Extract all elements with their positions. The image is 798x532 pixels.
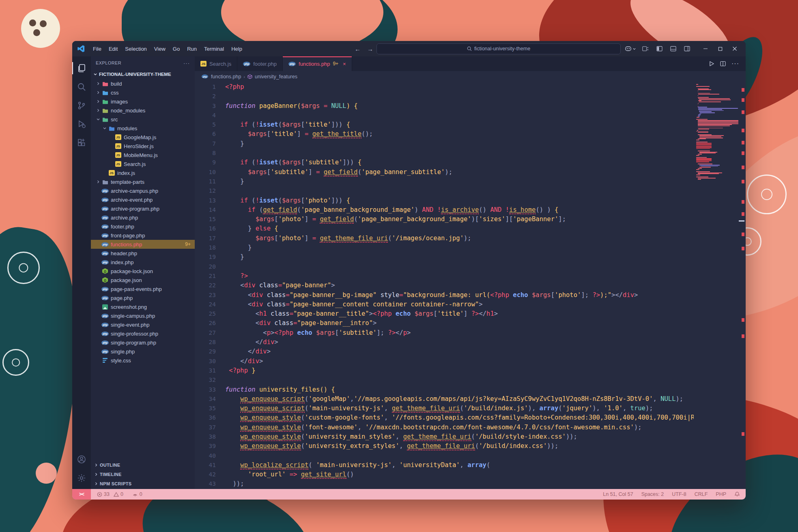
cursor-position-status[interactable]: Ln 51, Col 57 xyxy=(603,491,633,497)
tree-item-single-event-php[interactable]: phpsingle-event.php xyxy=(91,320,195,329)
minimize-button[interactable] xyxy=(699,43,712,54)
tree-item-index-js[interactable]: JSindex.js xyxy=(91,168,195,177)
tree-item-package-lock-json[interactable]: {}package-lock.json xyxy=(91,267,195,276)
code-line-3[interactable]: 3function pageBanner($args = NULL) { xyxy=(195,101,694,111)
minimap[interactable] xyxy=(694,82,746,489)
code-line-24[interactable]: 24 <div class="page-banner__content cont… xyxy=(195,300,694,309)
tree-item-archive-campus-php[interactable]: phparchive-campus.php xyxy=(91,186,195,195)
close-button[interactable] xyxy=(728,43,742,54)
breadcrumb-file[interactable]: functions.php xyxy=(211,74,241,80)
tree-item-css[interactable]: css xyxy=(91,88,195,97)
eol-status[interactable]: CRLF xyxy=(695,491,708,497)
tree-item-index-php[interactable]: phpindex.php xyxy=(91,258,195,267)
menu-go[interactable]: Go xyxy=(169,44,183,54)
menu-file[interactable]: File xyxy=(89,44,105,54)
tree-item-single-php[interactable]: phpsingle.php xyxy=(91,347,195,356)
tree-item-archive-php[interactable]: phparchive.php xyxy=(91,213,195,222)
ports-status[interactable]: 0 xyxy=(129,491,145,497)
code-line-15[interactable]: 15 $args['photo'] = get_field('page_bann… xyxy=(195,215,694,224)
back-arrow-icon[interactable]: ← xyxy=(351,45,364,53)
code-line-29[interactable]: 29 </div> xyxy=(195,347,694,356)
tree-item-front-page-php[interactable]: phpfront-page.php xyxy=(91,231,195,240)
code-line-2[interactable]: 2 xyxy=(195,92,694,101)
menu-terminal[interactable]: Terminal xyxy=(200,44,228,54)
tree-item-screenshot-png[interactable]: screenshot.png xyxy=(91,302,195,311)
code-line-17[interactable]: 17 $args['photo'] = get_theme_file_uri('… xyxy=(195,234,694,243)
tab-search-js[interactable]: JSSearch.js xyxy=(195,56,237,71)
explorer-more-actions[interactable]: ··· xyxy=(183,60,190,66)
tree-item-src[interactable]: src xyxy=(91,115,195,124)
code-line-32[interactable]: 32 xyxy=(195,375,694,385)
toggle-sidebar-icon[interactable] xyxy=(653,43,665,54)
code-line-13[interactable]: 13 if (!isset($args['photo'])) { xyxy=(195,196,694,205)
code-line-22[interactable]: 22 <div class="page-banner"> xyxy=(195,281,694,290)
tab-functions-php[interactable]: phpfunctions.php9+× xyxy=(283,56,352,71)
tree-item-archive-event-php[interactable]: phparchive-event.php xyxy=(91,195,195,204)
tree-item-header-php[interactable]: phpheader.php xyxy=(91,249,195,258)
code-line-41[interactable]: 41 wp_localize_script( 'main-university-… xyxy=(195,461,694,470)
encoding-status[interactable]: UTF-8 xyxy=(672,491,686,497)
menu-view[interactable]: View xyxy=(151,44,169,54)
code-line-12[interactable]: 12 xyxy=(195,186,694,196)
code-line-21[interactable]: 21 ?> xyxy=(195,271,694,281)
forward-arrow-icon[interactable]: → xyxy=(364,45,376,53)
tree-item-page-php[interactable]: phppage.php xyxy=(91,293,195,302)
code-line-10[interactable]: 10 $args['subtitle'] = get_field('page_b… xyxy=(195,168,694,177)
split-editor-icon[interactable] xyxy=(720,61,726,67)
code-line-26[interactable]: 26 <div class="page-banner__intro"> xyxy=(195,319,694,328)
panel-timeline[interactable]: TIMELINE xyxy=(91,470,195,479)
code-line-39[interactable]: 39 wp_enqueue_style('university_extra_st… xyxy=(195,442,694,451)
tree-item-single-program-php[interactable]: phpsingle-program.php xyxy=(91,338,195,347)
tree-item-footer-php[interactable]: phpfooter.php xyxy=(91,222,195,231)
settings-gear-icon[interactable] xyxy=(72,469,91,487)
code-line-20[interactable]: 20 xyxy=(195,262,694,271)
maximize-button[interactable] xyxy=(713,43,727,54)
menu-selection[interactable]: Selection xyxy=(121,44,150,54)
code-line-16[interactable]: 16 } else { xyxy=(195,224,694,233)
code-line-37[interactable]: 37 wp_enqueue_style('font-awesome', '//m… xyxy=(195,423,694,432)
tree-item-search-js[interactable]: JSSearch.js xyxy=(91,159,195,168)
code-line-33[interactable]: 33function university_files() { xyxy=(195,385,694,394)
command-center-search[interactable]: fictional-university-theme xyxy=(376,43,621,54)
indentation-status[interactable]: Spaces: 2 xyxy=(641,491,664,497)
tree-item-node-modules[interactable]: node_modules xyxy=(91,106,195,115)
menu-edit[interactable]: Edit xyxy=(105,44,121,54)
code-line-38[interactable]: 38 wp_enqueue_style('university_main_sty… xyxy=(195,432,694,442)
editor-more-actions[interactable]: ··· xyxy=(731,60,739,67)
breadcrumb-symbol[interactable]: university_features xyxy=(255,74,297,80)
code-line-43[interactable]: 43 )); xyxy=(195,479,694,489)
code-line-25[interactable]: 25 <h1 class="page-banner__title"><?php … xyxy=(195,309,694,319)
code-line-19[interactable]: 19 } xyxy=(195,252,694,262)
toggle-panel-icon[interactable] xyxy=(667,43,679,54)
code-line-36[interactable]: 36 wp_enqueue_style('custom-google-fonts… xyxy=(195,413,694,422)
tree-item-page-past-events-php[interactable]: phppage-past-events.php xyxy=(91,284,195,293)
code-line-23[interactable]: 23 <div class="page-banner__bg-image" st… xyxy=(195,291,694,300)
menu-run[interactable]: Run xyxy=(183,44,200,54)
code-line-5[interactable]: 5 if (!isset($args['title'])) { xyxy=(195,120,694,129)
tree-item-modules[interactable]: modules xyxy=(91,124,195,133)
code-line-40[interactable]: 40 xyxy=(195,451,694,461)
code-editor[interactable]: 1<?php23function pageBanner($args = NULL… xyxy=(195,82,694,489)
tree-item-googlemap-js[interactable]: JSGoogleMap.js xyxy=(91,133,195,142)
toggle-secondary-sidebar-icon[interactable] xyxy=(681,43,693,54)
tab-close-icon[interactable]: × xyxy=(343,61,346,67)
run-file-icon[interactable] xyxy=(709,61,714,67)
extensions-icon[interactable] xyxy=(72,134,91,152)
code-line-35[interactable]: 35 wp_enqueue_script('main-university-js… xyxy=(195,404,694,413)
tree-item-single-campus-php[interactable]: phpsingle-campus.php xyxy=(91,311,195,320)
code-line-14[interactable]: 14 if (get_field('page_banner_background… xyxy=(195,205,694,215)
run-debug-icon[interactable] xyxy=(72,115,91,134)
tree-item-mobilemenu-js[interactable]: JSMobileMenu.js xyxy=(91,151,195,159)
workspace-root-folder[interactable]: FICTIONAL-UNIVERSITY-THEME xyxy=(91,69,195,79)
remote-indicator[interactable]: >< xyxy=(72,489,91,500)
customize-layout-icon[interactable] xyxy=(639,43,652,54)
problems-status[interactable]: 33 0 xyxy=(94,491,126,497)
code-line-28[interactable]: 28 </div> xyxy=(195,338,694,347)
code-line-9[interactable]: 9 if (!isset($args['subtitle'])) { xyxy=(195,158,694,167)
search-icon[interactable] xyxy=(72,78,91,96)
tree-item-heroslider-js[interactable]: JSHeroSlider.js xyxy=(91,142,195,151)
code-line-18[interactable]: 18 } xyxy=(195,243,694,252)
code-line-11[interactable]: 11 } xyxy=(195,177,694,186)
code-line-4[interactable]: 4 xyxy=(195,111,694,120)
language-mode-status[interactable]: PHP xyxy=(716,491,726,497)
